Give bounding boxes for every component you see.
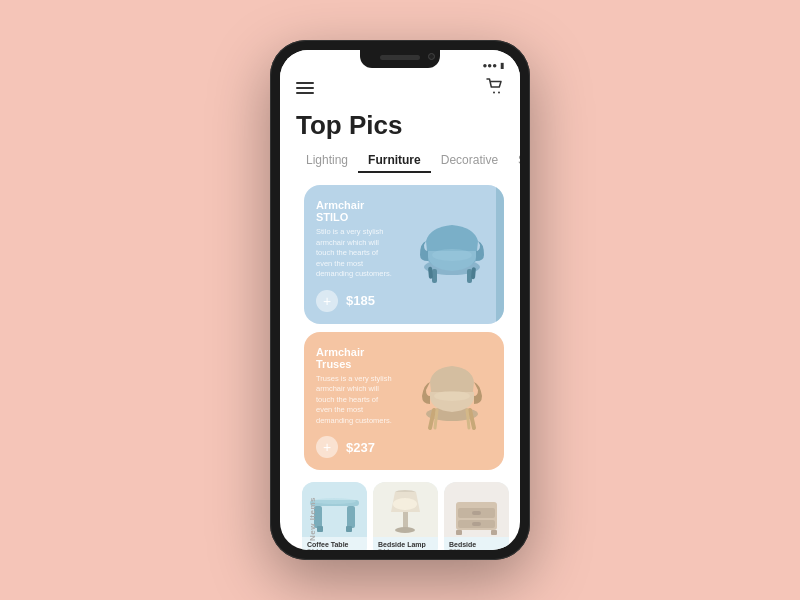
bedside-image: [444, 482, 509, 537]
svg-point-23: [393, 498, 417, 510]
phone-screen: ●●● ▮ Top Pics Lightin: [280, 50, 520, 550]
cart-icon[interactable]: [486, 78, 504, 98]
new-items-section: New Items: [280, 478, 520, 550]
svg-line-12: [467, 410, 469, 428]
product-desc-truses: Truses is a very stylish armchair which …: [316, 374, 394, 427]
lamp-name: Bedside Lamp: [378, 541, 433, 548]
hamburger-line-1: [296, 82, 314, 84]
wooden-furniture-info: Armchair Truses Truses is a very stylish…: [316, 346, 394, 459]
product-desc-stilo: Stilo is a very stylish armchair which w…: [316, 227, 394, 280]
page-title: Top Pics: [280, 106, 520, 149]
svg-rect-16: [347, 506, 355, 528]
material-furniture-section: Material furniture Armchair STILO Stilo …: [280, 185, 520, 324]
svg-rect-27: [472, 511, 481, 515]
wooden-furniture-card: Armchair Truses Truses is a very stylish…: [304, 332, 504, 471]
new-items-row: Coffee Table $144: [302, 482, 512, 550]
svg-point-0: [493, 92, 495, 94]
svg-rect-28: [472, 522, 481, 526]
wooden-furniture-section: Wooden furniture Armchair Truses Truses …: [280, 332, 520, 471]
price-truses: $237: [346, 440, 375, 455]
phone-wrapper: ●●● ▮ Top Pics Lightin: [270, 40, 530, 560]
hamburger-menu-button[interactable]: [296, 82, 314, 94]
svg-rect-29: [456, 530, 462, 535]
svg-line-11: [435, 410, 437, 428]
stilo-image: [402, 199, 492, 289]
bedside-name: Bedside: [449, 541, 504, 548]
bedside-info: Bedside $89: [444, 537, 509, 550]
tab-lighting[interactable]: Lighting: [296, 149, 358, 173]
phone-speaker: [380, 55, 420, 60]
truses-image: [402, 346, 492, 436]
phone-camera: [428, 53, 435, 60]
lamp-info: Bedside Lamp $44: [373, 537, 438, 550]
signal-icon: ●●●: [483, 61, 498, 70]
svg-rect-19: [346, 526, 352, 532]
lamp-image: [373, 482, 438, 537]
armchair-stilo-svg: [402, 199, 502, 289]
status-icons: ●●● ▮: [483, 61, 505, 70]
price-stilo: $185: [346, 293, 375, 308]
hamburger-line-2: [296, 87, 314, 89]
new-item-lamp[interactable]: Bedside Lamp $44: [373, 482, 438, 550]
hamburger-line-3: [296, 92, 314, 94]
tab-decorative[interactable]: Decorative: [431, 149, 508, 173]
material-furniture-info: Armchair STILO Stilo is a very stylish a…: [316, 199, 394, 312]
product-footer-stilo: + $185: [316, 290, 394, 312]
battery-icon: ▮: [500, 61, 504, 70]
new-items-label: New Items: [308, 496, 317, 540]
svg-rect-18: [317, 526, 323, 532]
lamp-svg: [373, 482, 438, 537]
tab-furniture[interactable]: Furniture: [358, 149, 431, 173]
product-name-stilo: Armchair STILO: [316, 199, 394, 223]
svg-point-1: [498, 92, 500, 94]
svg-rect-30: [491, 530, 497, 535]
coffee-table-name: Coffee Table: [307, 541, 362, 548]
armchair-truses-svg: [402, 346, 502, 436]
add-to-cart-truses[interactable]: +: [316, 436, 338, 458]
next-card-peek: [496, 185, 504, 324]
category-tabs: Lighting Furniture Decorative Sale: [280, 149, 520, 173]
new-item-bedside[interactable]: Bedside $89: [444, 482, 509, 550]
content-area: Material furniture Armchair STILO Stilo …: [280, 185, 520, 550]
lamp-price: $44: [378, 548, 433, 550]
svg-point-20: [312, 498, 356, 504]
tab-sale[interactable]: Sale: [508, 149, 520, 173]
svg-point-7: [432, 249, 472, 261]
svg-point-22: [395, 527, 415, 533]
material-furniture-card: Armchair STILO Stilo is a very stylish a…: [304, 185, 504, 324]
bedside-price: $89: [449, 548, 504, 550]
coffee-table-price: $144: [307, 548, 362, 550]
product-footer-truses: + $237: [316, 436, 394, 458]
product-name-truses: Armchair Truses: [316, 346, 394, 370]
bedside-svg: [444, 482, 509, 537]
add-to-cart-stilo[interactable]: +: [316, 290, 338, 312]
svg-point-13: [434, 391, 470, 401]
top-bar: [280, 72, 520, 106]
